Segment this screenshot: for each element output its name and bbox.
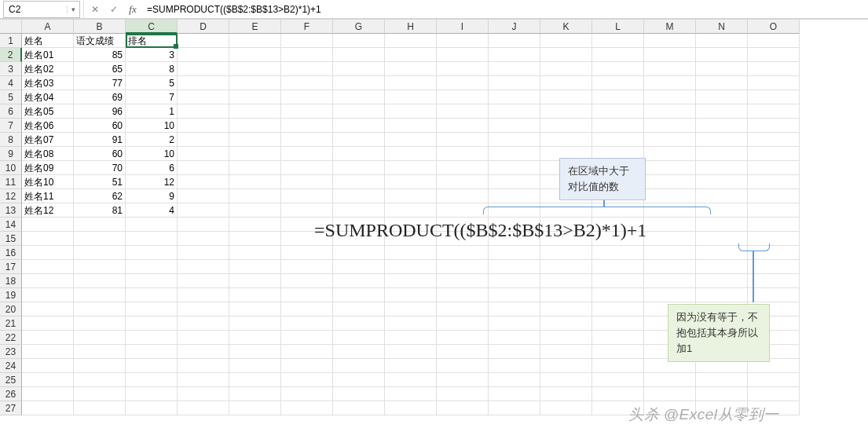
cell-K17[interactable] [540,260,592,274]
row-header-3[interactable]: 3 [0,62,22,76]
cell-C9[interactable]: 10 [126,147,178,161]
cell-K1[interactable] [540,34,592,48]
cell-O9[interactable] [748,147,800,161]
cell-J23[interactable] [489,345,540,359]
cell-I25[interactable] [437,373,489,387]
cell-J11[interactable] [489,175,540,189]
confirm-icon[interactable]: ✓ [104,1,123,18]
cell-C21[interactable] [126,316,178,331]
cell-E14[interactable] [229,218,281,232]
cell-B23[interactable] [74,345,126,359]
cell-L1[interactable] [592,34,644,48]
cell-J3[interactable] [489,62,540,76]
column-header-G[interactable]: G [333,20,385,34]
cell-M1[interactable] [644,34,696,48]
cell-A20[interactable] [22,302,74,316]
cell-I24[interactable] [437,359,489,373]
cell-I18[interactable] [437,274,489,288]
row-header-25[interactable]: 25 [0,373,22,387]
cell-A1[interactable]: 姓名 [22,34,74,48]
cell-C22[interactable] [126,331,178,345]
cell-A5[interactable]: 姓名04 [22,90,74,104]
cell-H5[interactable] [385,90,437,104]
cell-I7[interactable] [437,119,489,133]
cell-E1[interactable] [229,34,281,48]
cell-C13[interactable]: 4 [126,203,178,218]
cell-L16[interactable] [592,246,644,260]
cell-F18[interactable] [281,274,333,288]
cell-F10[interactable] [281,161,333,175]
cell-C19[interactable] [126,288,178,302]
cell-J27[interactable] [489,401,540,415]
cell-A21[interactable] [22,316,74,331]
cell-E9[interactable] [229,147,281,161]
cell-N2[interactable] [696,48,748,62]
cell-F21[interactable] [281,316,333,331]
cell-F27[interactable] [281,401,333,415]
cell-G5[interactable] [333,90,385,104]
cell-I13[interactable] [437,203,489,218]
cell-D9[interactable] [178,147,229,161]
cell-B18[interactable] [74,274,126,288]
cell-D7[interactable] [178,119,229,133]
cell-L7[interactable] [592,119,644,133]
column-header-A[interactable]: A [22,20,74,34]
cell-B12[interactable]: 62 [74,189,126,203]
cell-I22[interactable] [437,331,489,345]
cell-L2[interactable] [592,48,644,62]
cell-E18[interactable] [229,274,281,288]
cell-G22[interactable] [333,331,385,345]
cell-J26[interactable] [489,387,540,401]
cell-J4[interactable] [489,76,540,90]
cell-K3[interactable] [540,62,592,76]
cell-A24[interactable] [22,359,74,373]
cell-I21[interactable] [437,316,489,331]
cell-M19[interactable] [644,288,696,302]
cell-D22[interactable] [178,331,229,345]
cell-N8[interactable] [696,133,748,147]
cell-C16[interactable] [126,246,178,260]
row-header-15[interactable]: 15 [0,232,22,246]
cell-E23[interactable] [229,345,281,359]
cell-G4[interactable] [333,76,385,90]
cell-G10[interactable] [333,161,385,175]
row-header-9[interactable]: 9 [0,147,22,161]
cell-I12[interactable] [437,189,489,203]
cell-H6[interactable] [385,104,437,119]
cell-D1[interactable] [178,34,229,48]
cell-E12[interactable] [229,189,281,203]
cell-E4[interactable] [229,76,281,90]
column-header-I[interactable]: I [437,20,489,34]
cell-E8[interactable] [229,133,281,147]
cell-K21[interactable] [540,316,592,331]
cell-N5[interactable] [696,90,748,104]
cell-D12[interactable] [178,189,229,203]
cell-O2[interactable] [748,48,800,62]
cell-I5[interactable] [437,90,489,104]
cell-O26[interactable] [748,387,800,401]
cell-E17[interactable] [229,260,281,274]
cell-D26[interactable] [178,387,229,401]
formula-input[interactable]: =SUMPRODUCT(($B$2:$B$13>B2)*1)+1 [142,1,868,18]
cell-A13[interactable]: 姓名12 [22,203,74,218]
cell-B21[interactable] [74,316,126,331]
row-header-5[interactable]: 5 [0,90,22,104]
cell-C10[interactable]: 6 [126,161,178,175]
cell-C5[interactable]: 7 [126,90,178,104]
cell-N11[interactable] [696,175,748,189]
cell-H21[interactable] [385,316,437,331]
cell-E25[interactable] [229,373,281,387]
cell-M16[interactable] [644,246,696,260]
cell-E22[interactable] [229,331,281,345]
cell-G21[interactable] [333,316,385,331]
cell-K6[interactable] [540,104,592,119]
cell-N1[interactable] [696,34,748,48]
cell-C14[interactable] [126,218,178,232]
cell-F4[interactable] [281,76,333,90]
cell-G12[interactable] [333,189,385,203]
row-header-6[interactable]: 6 [0,104,22,119]
cell-B7[interactable]: 60 [74,119,126,133]
cell-I8[interactable] [437,133,489,147]
cell-K5[interactable] [540,90,592,104]
cell-C6[interactable]: 1 [126,104,178,119]
